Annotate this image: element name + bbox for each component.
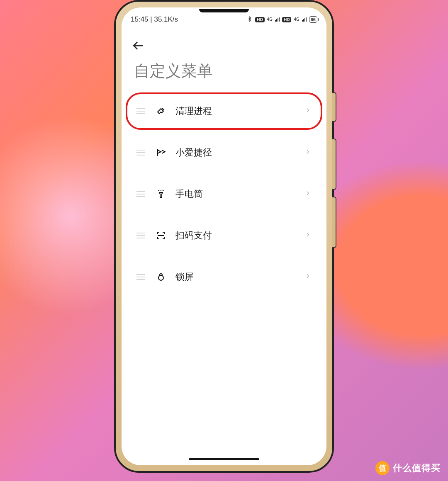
drag-handle-icon[interactable] [136, 150, 145, 155]
drag-handle-icon[interactable] [136, 233, 145, 238]
menu-item-label: 扫码支付 [175, 229, 304, 242]
arrow-left-icon [131, 39, 145, 52]
signal-bars-1 [275, 17, 280, 22]
side-button-1 [332, 92, 336, 122]
drag-handle-icon[interactable] [136, 274, 145, 280]
lock-icon [156, 272, 166, 282]
menu-list: 清理进程 小爱捷径 手电筒 [122, 92, 326, 296]
menu-item-label: 小爱捷径 [175, 146, 304, 159]
menu-item-lock-screen[interactable]: 锁屏 [126, 258, 322, 296]
broom-icon [156, 106, 166, 117]
hd-badge-2: HD [282, 17, 291, 22]
status-left: 15:45 | 35.1K/s [131, 15, 178, 24]
watermark: 值 什么值得买 [375, 461, 441, 475]
menu-item-clean-processes[interactable]: 清理进程 [126, 92, 322, 130]
side-button-volume-up [332, 138, 336, 190]
page-title: 自定义菜单 [122, 54, 326, 92]
back-button[interactable] [122, 27, 326, 54]
menu-item-label: 锁屏 [175, 271, 304, 283]
menu-item-label: 手电筒 [175, 188, 304, 200]
home-indicator[interactable] [189, 458, 259, 460]
flashlight-icon [156, 189, 166, 199]
chevron-right-icon [304, 189, 312, 199]
watermark-badge: 值 [375, 461, 390, 475]
network-4g-1: 4G [267, 17, 273, 22]
status-right: HD 4G HD 4G 66 [247, 16, 317, 23]
phone-screen: 15:45 | 35.1K/s HD 4G HD 4G 66 [122, 7, 326, 465]
scan-icon [156, 230, 166, 241]
drag-handle-icon[interactable] [136, 108, 145, 114]
status-net-speed: 35.1K/s [154, 15, 178, 23]
status-time: 15:45 [131, 15, 149, 23]
hd-badge-1: HD [255, 17, 264, 22]
phone-frame: 15:45 | 35.1K/s HD 4G HD 4G 66 [114, 0, 334, 473]
chevron-right-icon [304, 148, 312, 157]
watermark-text: 什么值得买 [393, 462, 441, 474]
menu-item-scan-pay[interactable]: 扫码支付 [126, 217, 322, 254]
signal-bars-2 [302, 17, 307, 22]
chevron-right-icon [304, 107, 312, 116]
side-button-volume-down [332, 197, 336, 248]
flag-icon [156, 147, 166, 158]
menu-item-xiaoai-shortcut[interactable]: 小爱捷径 [126, 134, 322, 171]
battery-indicator: 66 [309, 16, 317, 23]
chevron-right-icon [304, 272, 312, 282]
menu-item-label: 清理进程 [175, 105, 304, 117]
network-4g-2: 4G [294, 17, 299, 22]
svg-point-0 [158, 275, 163, 280]
drag-handle-icon[interactable] [136, 191, 145, 197]
bluetooth-icon [247, 16, 253, 23]
menu-item-flashlight[interactable]: 手电筒 [126, 175, 322, 213]
screen-notch [199, 9, 249, 12]
chevron-right-icon [304, 231, 312, 240]
